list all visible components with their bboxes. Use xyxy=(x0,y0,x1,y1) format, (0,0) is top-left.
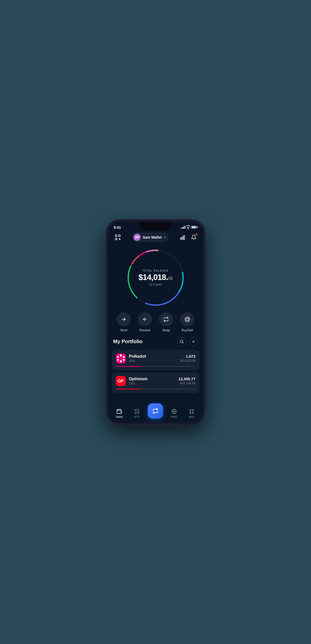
send-action[interactable]: Send xyxy=(117,312,131,332)
svg-rect-7 xyxy=(181,238,182,239)
swap-action[interactable]: Swap xyxy=(159,312,173,332)
tab-wallet[interactable]: Wallet xyxy=(113,408,126,418)
nfts-tab-label: NFTs xyxy=(134,416,140,418)
buysell-label: Buy/Sell xyxy=(182,328,193,332)
more-tab-label: More xyxy=(189,416,195,418)
user-name: Sam Wallet xyxy=(143,235,161,239)
scan-button[interactable] xyxy=(113,233,122,242)
wifi-icon xyxy=(187,225,190,229)
svg-point-30 xyxy=(123,356,124,358)
chart-button[interactable] xyxy=(178,233,187,241)
asset-progress-fill xyxy=(116,366,141,367)
portfolio-header: My Portfolio xyxy=(108,337,203,350)
balance-display: TOTAL BALANCE $14,018.08 12 Assets xyxy=(138,269,173,286)
asset-percentage: 31% xyxy=(129,382,175,385)
list-item[interactable]: OP Optimism 31% 12,305.77 $42,149.56 xyxy=(112,372,200,393)
svg-line-22 xyxy=(188,318,189,319)
tab-bar: Wallet NFTs xyxy=(108,406,203,423)
portfolio-actions xyxy=(177,337,198,346)
optimism-logo: OP xyxy=(116,376,126,386)
tab-nfts[interactable]: NFTs xyxy=(130,408,143,418)
action-buttons: Send Receive Swap xyxy=(108,312,203,337)
battery-icon xyxy=(191,226,198,229)
notch xyxy=(140,222,172,230)
send-label: Send xyxy=(120,328,127,332)
svg-point-36 xyxy=(136,410,136,411)
asset-percentage: 32% xyxy=(129,359,177,363)
tab-web3[interactable]: Web3 xyxy=(168,408,181,418)
svg-point-23 xyxy=(180,340,183,343)
balance-cents: 08 xyxy=(168,276,173,281)
polkadot-logo xyxy=(116,353,126,364)
asset-info: Optimism 31% xyxy=(129,377,175,385)
asset-values: 1.673 $43,023.34 xyxy=(180,354,195,362)
asset-values: 12,305.77 $42,149.56 xyxy=(178,377,195,385)
svg-point-31 xyxy=(117,359,119,361)
status-time: 9:41 xyxy=(114,225,121,229)
wallet-icon xyxy=(116,408,122,415)
svg-rect-0 xyxy=(115,235,117,237)
asset-list: Polkadot 32% 1.673 $43,023.34 xyxy=(108,350,203,406)
notification-button[interactable] xyxy=(190,233,198,241)
svg-text:OP: OP xyxy=(117,378,123,383)
list-item[interactable]: Polkadot 32% 1.673 $43,023.34 xyxy=(112,350,200,370)
add-asset-button[interactable] xyxy=(189,337,198,346)
balance-amount: $14,018.08 xyxy=(138,273,173,281)
balance-label: TOTAL BALANCE xyxy=(138,269,173,272)
receive-action[interactable]: Receive xyxy=(138,312,152,332)
svg-point-27 xyxy=(120,354,122,357)
svg-rect-9 xyxy=(184,235,185,239)
notification-badge xyxy=(195,233,198,236)
signal-icon xyxy=(181,226,185,229)
svg-rect-41 xyxy=(190,412,191,414)
receive-button[interactable] xyxy=(138,312,152,326)
swap-label: Swap xyxy=(162,328,170,332)
send-button[interactable] xyxy=(117,312,131,326)
tab-more[interactable]: More xyxy=(185,408,198,418)
svg-rect-2 xyxy=(115,238,117,240)
svg-rect-42 xyxy=(192,412,194,414)
header: SW Sam Wallet ▾ xyxy=(108,230,203,245)
svg-point-32 xyxy=(123,359,124,361)
avatar: SW xyxy=(134,234,141,241)
svg-rect-34 xyxy=(117,410,122,414)
nfts-icon xyxy=(134,408,140,415)
svg-rect-1 xyxy=(119,235,120,237)
asset-amount: 1.673 xyxy=(180,354,195,358)
asset-usd-value: $42,149.56 xyxy=(178,382,195,385)
center-action-button[interactable] xyxy=(148,403,163,419)
svg-point-29 xyxy=(117,356,119,358)
balance-assets: 12 Assets xyxy=(138,283,173,286)
asset-amount: 12,305.77 xyxy=(178,377,195,381)
svg-rect-39 xyxy=(190,409,191,411)
asset-progress-fill xyxy=(116,389,140,389)
asset-row: Polkadot 32% 1.673 $43,023.34 xyxy=(116,353,195,364)
phone-frame: 9:41 xyxy=(106,220,205,425)
svg-rect-8 xyxy=(182,237,183,239)
svg-point-28 xyxy=(120,360,122,362)
header-right xyxy=(178,233,198,241)
buysell-button[interactable] xyxy=(180,312,194,326)
asset-progress-bar xyxy=(116,389,195,389)
web3-icon xyxy=(171,408,177,415)
search-button[interactable] xyxy=(177,337,186,346)
svg-rect-40 xyxy=(192,409,194,411)
asset-usd-value: $43,023.34 xyxy=(180,359,195,362)
user-selector[interactable]: SW Sam Wallet ▾ xyxy=(132,233,168,242)
asset-name: Optimism xyxy=(129,377,175,381)
buysell-action[interactable]: Buy/Sell xyxy=(180,312,194,332)
status-icons xyxy=(181,225,198,229)
swap-button[interactable] xyxy=(159,312,173,326)
asset-info: Polkadot 32% xyxy=(129,354,177,363)
svg-line-24 xyxy=(183,342,183,343)
asset-name: Polkadot xyxy=(129,354,177,359)
more-icon xyxy=(189,408,195,415)
portfolio-section: My Portfolio xyxy=(108,337,203,406)
web3-tab-label: Web3 xyxy=(171,416,177,418)
portfolio-title: My Portfolio xyxy=(113,339,143,344)
scan-icon xyxy=(113,233,122,242)
balance-section: TOTAL BALANCE $14,018.08 12 Assets xyxy=(108,245,203,312)
balance-chart: TOTAL BALANCE $14,018.08 12 Assets xyxy=(125,247,186,308)
receive-label: Receive xyxy=(139,328,150,332)
asset-progress-bar xyxy=(116,366,195,367)
